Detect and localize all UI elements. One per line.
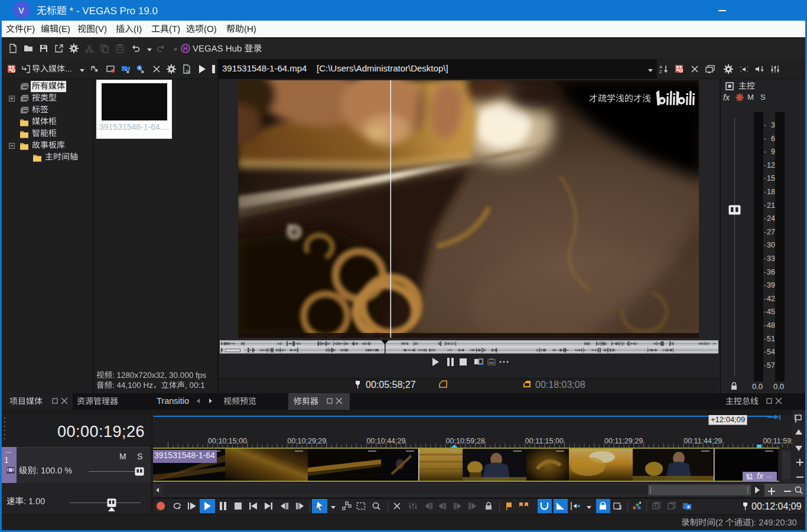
svg-text:fx: fx [186,69,190,73]
svg-text:Z: Z [659,69,662,74]
